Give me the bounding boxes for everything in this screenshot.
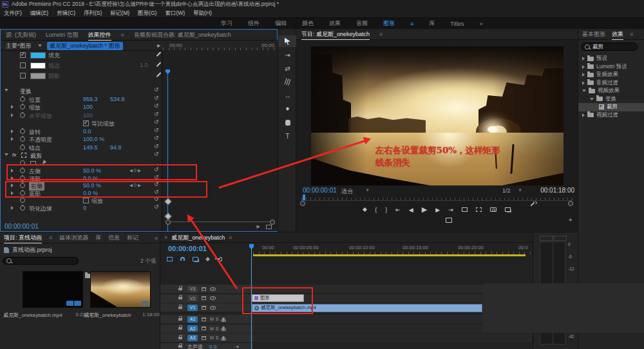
reset-icon[interactable]: ↺ — [154, 127, 159, 133]
shadow-eyedropper-icon[interactable] — [156, 72, 162, 77]
twirl-right-icon[interactable] — [11, 129, 14, 133]
twirl-down-icon[interactable] — [5, 153, 8, 156]
menu-sequence[interactable]: 序列(S) — [84, 10, 102, 17]
twirl-right-icon[interactable] — [11, 113, 14, 117]
twirl-down-icon[interactable] — [5, 89, 8, 91]
sync-lock-icon[interactable] — [202, 296, 206, 300]
workspace-editing[interactable]: 编辑 — [275, 19, 287, 28]
feather-value[interactable]: 0 — [83, 205, 86, 211]
uniform-scale-checkbox[interactable] — [83, 120, 89, 126]
slip-tool[interactable]: ↔ — [278, 90, 297, 101]
button-editor-plus-icon[interactable]: + — [569, 216, 573, 223]
chevron-down-icon[interactable] — [38, 44, 42, 47]
program-panel-menu-icon[interactable]: ≡ — [379, 31, 383, 37]
pen-tool[interactable] — [278, 103, 297, 115]
mute-button[interactable]: M — [209, 317, 214, 321]
track-select-tool[interactable]: ⇥ — [278, 49, 297, 61]
stroke-enabled-checkbox[interactable] — [20, 62, 26, 68]
fill-enabled-checkbox[interactable] — [20, 52, 26, 58]
shadow-enabled-checkbox[interactable] — [20, 73, 26, 79]
ec-zoom-slider-right-handle[interactable] — [270, 220, 275, 225]
tree-item-presets[interactable]: 预设 — [578, 55, 644, 63]
track-output-eye-icon[interactable] — [210, 287, 216, 291]
position-y-value[interactable]: 534.8 — [110, 96, 125, 102]
extract-icon[interactable] — [476, 207, 482, 212]
type-tool[interactable]: T — [278, 130, 297, 142]
menu-help[interactable]: 帮助(H) — [193, 10, 212, 17]
step-back-icon[interactable]: ◀ — [409, 207, 413, 213]
twirl-right-icon[interactable] — [582, 113, 585, 117]
program-playhead[interactable] — [303, 194, 305, 200]
solo-button[interactable]: S — [214, 317, 220, 321]
tree-item-video-effects[interactable]: 视频效果 — [578, 87, 644, 95]
project-item-name[interactable]: 威尼斯_onekeybatch — [84, 312, 140, 319]
master-volume-value[interactable]: 0.0 — [209, 344, 216, 349]
tree-item-audio-transitions[interactable]: 音频过渡 — [578, 79, 644, 88]
twirl-right-icon[interactable] — [582, 65, 585, 69]
effects-search-input[interactable] — [592, 44, 628, 50]
tree-item-video-transitions[interactable]: 视频过渡 — [578, 111, 644, 120]
solo-button[interactable]: S — [214, 335, 220, 340]
position-stopwatch-icon[interactable] — [20, 97, 25, 102]
crop-zoom-stopwatch-icon[interactable] — [20, 198, 25, 203]
mark-out-icon[interactable]: } — [385, 207, 387, 213]
sync-lock-icon[interactable] — [202, 287, 206, 291]
project-item-video-thumbnail[interactable] — [23, 271, 83, 308]
reset-icon[interactable]: ↺ — [154, 111, 159, 117]
scale-value[interactable]: 100 — [83, 104, 93, 110]
tab-effect-controls[interactable]: 效果控件 — [88, 30, 111, 41]
lock-icon[interactable] — [178, 327, 182, 330]
voiceover-mic-icon[interactable] — [222, 317, 225, 321]
add-marker-icon[interactable] — [363, 207, 367, 212]
reset-icon[interactable]: ↺ — [154, 103, 159, 109]
project-search-box[interactable] — [3, 257, 79, 265]
export-frame-icon[interactable] — [490, 207, 497, 212]
project-panel-menu-icon[interactable]: ≡ — [49, 234, 52, 241]
workspace-titles[interactable]: Titles — [450, 21, 464, 27]
menu-window[interactable]: 窗口(W) — [165, 10, 185, 17]
track-target-badge[interactable]: A3 — [187, 335, 198, 341]
menu-edit[interactable]: 编辑(E) — [30, 10, 48, 17]
timeline-ruler[interactable]: 00:00 00:00:05:00 00:00:10:00 00:00:15:0… — [253, 244, 533, 254]
project-file-row[interactable]: 直线动画.prproj — [4, 246, 52, 254]
tab-info[interactable]: 信息 — [108, 234, 120, 242]
project-item-sequence-thumbnail[interactable] — [90, 271, 151, 308]
stroke-width-value[interactable]: 1.0 — [140, 62, 148, 68]
track-output-eye-icon[interactable] — [210, 296, 216, 300]
selection-tool[interactable] — [278, 35, 297, 47]
opacity-value[interactable]: 100.0 % — [83, 136, 104, 142]
workspace-libraries[interactable]: 库 — [429, 19, 435, 28]
position-x-value[interactable]: 959.3 — [83, 96, 98, 102]
anchor-x-value[interactable]: 149.5 — [83, 144, 98, 151]
tab-sequence[interactable]: 威尼斯_onekeybatch — [171, 232, 225, 243]
timeline-timecode[interactable]: 00:00:00:01 — [168, 245, 207, 252]
tab-effects[interactable]: 效果 — [612, 29, 623, 40]
lift-icon[interactable] — [462, 207, 468, 212]
tab-lumetri-scopes[interactable]: Lumetri 范围 — [46, 31, 79, 39]
nest-sequence-icon[interactable] — [167, 257, 173, 261]
anchor-stopwatch-icon[interactable] — [20, 145, 25, 150]
playback-resolution-dropdown[interactable]: 1/2 — [502, 187, 511, 194]
tab-source-monitor[interactable]: 源: (无剪辑) — [6, 31, 36, 39]
lock-icon[interactable] — [178, 307, 182, 309]
workspace-graphics[interactable]: 图形 — [383, 19, 395, 28]
comparison-view-icon[interactable] — [505, 207, 511, 212]
reset-icon[interactable]: ↺ — [154, 144, 159, 149]
solo-button[interactable]: S — [214, 326, 220, 331]
menu-markers[interactable]: 标记(M) — [110, 10, 129, 17]
safe-margins-icon[interactable] — [446, 218, 452, 223]
effect-controls-panel-menu-icon[interactable]: ≡ — [121, 32, 124, 38]
menu-file[interactable]: 文件(F) — [4, 10, 22, 17]
twirl-right-icon[interactable] — [582, 81, 585, 85]
tab-program-monitor[interactable]: 节目: 威尼斯_onekeybatch — [301, 29, 370, 40]
program-video-frame[interactable]: 左右各设置裁剪50%，这样矩形 线条消失 — [311, 46, 564, 185]
twirl-right-icon[interactable] — [11, 105, 14, 109]
workspace-menu-icon[interactable]: ≡ — [410, 21, 413, 27]
mark-in-icon[interactable]: { — [375, 207, 377, 213]
reset-icon[interactable]: ↺ — [154, 204, 159, 210]
track-target-badge[interactable]: V2 — [187, 295, 198, 301]
track-target-badge[interactable]: V1 — [187, 305, 198, 311]
tab-essential-graphics[interactable]: 基本图形 — [582, 30, 605, 39]
timeline-panel-menu-icon[interactable]: ≡ — [229, 234, 232, 241]
tree-item-lumetri-presets[interactable]: Lumetri 预设 — [578, 63, 644, 71]
